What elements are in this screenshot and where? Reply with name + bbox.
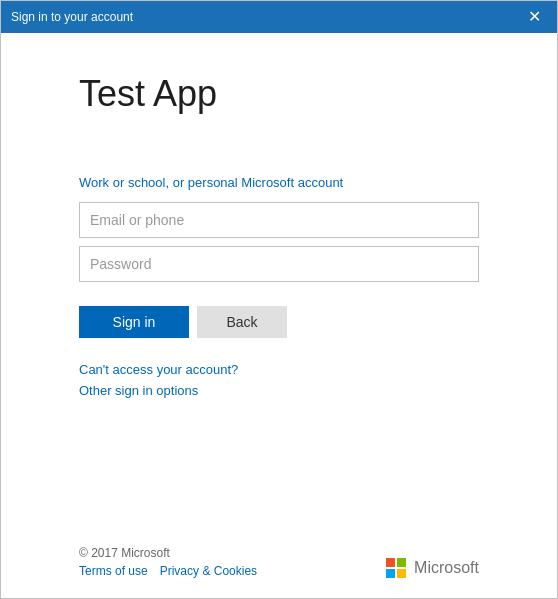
back-button[interactable]: Back [197, 306, 287, 338]
other-signin-link[interactable]: Other sign in options [79, 383, 479, 398]
footer-left: © 2017 Microsoft Terms of use Privacy & … [79, 546, 257, 578]
cant-access-link[interactable]: Can't access your account? [79, 362, 479, 377]
subtitle: Work or school, or personal Microsoft ac… [79, 175, 479, 190]
microsoft-grid-icon [386, 558, 406, 578]
microsoft-logo: Microsoft [386, 558, 479, 578]
privacy-link[interactable]: Privacy & Cookies [160, 564, 257, 578]
ms-square-green [397, 558, 406, 567]
copyright-text: © 2017 Microsoft [79, 546, 257, 560]
subtitle-suffix: account [294, 175, 343, 190]
microsoft-brand-name: Microsoft [414, 559, 479, 577]
title-bar-text: Sign in to your account [11, 10, 133, 24]
terms-link[interactable]: Terms of use [79, 564, 148, 578]
subtitle-text: Work or school, or personal [79, 175, 241, 190]
signin-button[interactable]: Sign in [79, 306, 189, 338]
buttons-row: Sign in Back [79, 306, 479, 338]
ms-square-red [386, 558, 395, 567]
main-window: Sign in to your account ✕ Test App Work … [0, 0, 558, 599]
close-button[interactable]: ✕ [522, 7, 547, 27]
subtitle-brand: Microsoft [241, 175, 294, 190]
footer: © 2017 Microsoft Terms of use Privacy & … [1, 530, 557, 598]
ms-square-blue [386, 569, 395, 578]
title-bar: Sign in to your account ✕ [1, 1, 557, 33]
ms-square-yellow [397, 569, 406, 578]
links-section: Can't access your account? Other sign in… [79, 362, 479, 398]
email-input[interactable] [79, 202, 479, 238]
password-input[interactable] [79, 246, 479, 282]
main-content: Test App Work or school, or personal Mic… [1, 33, 557, 530]
footer-links: Terms of use Privacy & Cookies [79, 564, 257, 578]
app-title: Test App [79, 73, 479, 115]
